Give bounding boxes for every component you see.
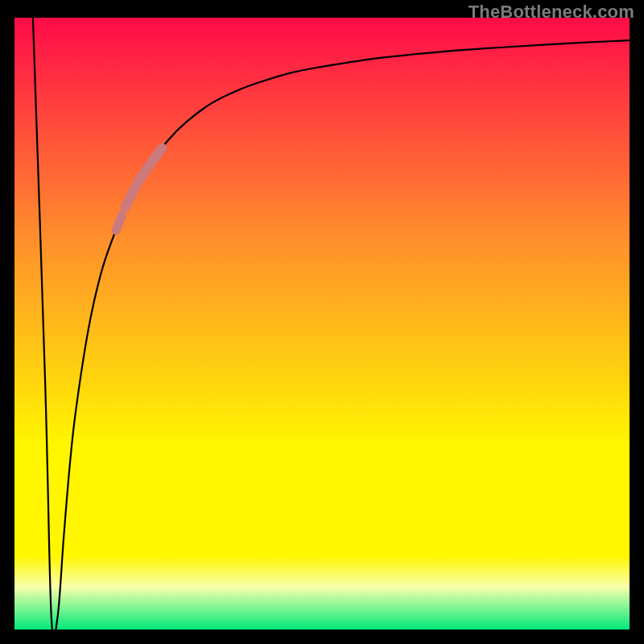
highlight-segment-dot [116, 215, 122, 230]
chart-svg [14, 18, 630, 630]
gradient-background [14, 18, 630, 630]
watermark-text: TheBottleneck.com [469, 2, 634, 23]
plot-area [14, 18, 630, 630]
chart-frame: TheBottleneck.com [0, 0, 644, 644]
